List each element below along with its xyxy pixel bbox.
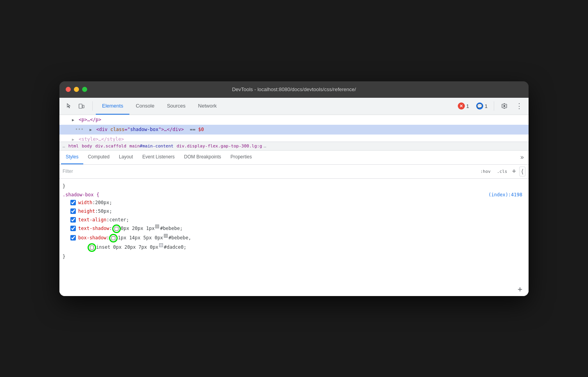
tab-more-button[interactable]: » <box>517 154 527 161</box>
maximize-button[interactable] <box>82 87 87 92</box>
toolbar-divider-2 <box>494 101 494 111</box>
tab-event-listeners[interactable]: Event Listeners <box>138 151 179 165</box>
dom-dots: ••• <box>72 127 84 132</box>
text-align-checkbox[interactable] <box>70 217 76 223</box>
tab-layout[interactable]: Layout <box>114 151 138 165</box>
breadcrumb-body[interactable]: body <box>82 144 92 149</box>
filter-actions: :hov .cls + ⟨ <box>479 167 525 176</box>
devtools-toolbar: Elements Console Sources Network ✕ 1 <box>59 98 529 115</box>
text-shadow-color-swatch[interactable] <box>155 224 159 228</box>
text-shadow-checkbox[interactable] <box>70 226 76 231</box>
expand-triangle[interactable]: ▶ <box>72 116 74 124</box>
css-closing-brace: } <box>59 252 529 261</box>
dom-row-hidden[interactable]: ▶ <style>…</style> <box>59 135 529 142</box>
dom-row-p[interactable]: ▶ <p>…</p> <box>59 115 529 125</box>
box-shadow-inset-copy-icon[interactable] <box>88 243 96 252</box>
error-icon: ✕ <box>458 102 465 110</box>
main-tab-nav: Elements Console Sources Network <box>96 98 223 115</box>
box-shadow-color-swatch-2[interactable] <box>159 243 163 247</box>
tab-elements[interactable]: Elements <box>96 97 129 115</box>
tab-console[interactable]: Console <box>129 97 161 115</box>
css-prop-width: width : 200px; <box>59 198 529 207</box>
css-panel: } .shadow-box { (index):4198 width : 200… <box>59 179 529 296</box>
tab-computed[interactable]: Computed <box>83 151 114 165</box>
breadcrumb-div-scaffold[interactable]: div.scaffold <box>95 144 126 149</box>
tab-properties[interactable]: Properties <box>226 151 257 165</box>
expand-triangle-3[interactable]: ▶ <box>72 136 74 142</box>
breadcrumb-div-flex[interactable]: div.display-flex.gap-top-300.lg:g <box>177 144 262 149</box>
window-title: DevTools - localhost:8080/docs/devtools/… <box>232 86 356 92</box>
error-badge[interactable]: ✕ 1 <box>455 102 471 110</box>
css-source-link[interactable]: (index):4198 <box>488 192 522 197</box>
css-prop-text-shadow: text-shadow : 0px 20px 1px #bebebe; <box>59 224 529 233</box>
breadcrumb: … html body div.scaffold main#main-conte… <box>59 142 529 151</box>
svg-rect-0 <box>79 104 82 108</box>
css-prop-text-align: text-align : center; <box>59 215 529 224</box>
breadcrumb-html[interactable]: html <box>68 144 79 149</box>
css-prop-box-shadow-inset: inset 0px 20px 7px 0px #dadce0; <box>59 243 529 252</box>
styles-tabs: Styles Computed Layout Event Listeners D… <box>59 151 529 165</box>
close-button[interactable] <box>66 87 71 92</box>
expand-triangle-div[interactable]: ▶ <box>90 126 92 134</box>
box-shadow-checkbox[interactable] <box>70 235 76 241</box>
tab-sources[interactable]: Sources <box>161 97 192 115</box>
settings-button[interactable] <box>498 100 511 112</box>
hov-filter-button[interactable]: :hov <box>479 168 492 175</box>
filter-bar: :hov .cls + ⟨ <box>59 165 529 179</box>
dom-tag-div: <div <box>96 127 110 132</box>
traffic-lights <box>66 87 87 92</box>
cls-filter-button[interactable]: .cls <box>495 168 509 175</box>
breadcrumb-main[interactable]: main#main-content <box>129 144 174 149</box>
toolbar-right: ✕ 1 💬 1 ⋮ <box>455 100 525 112</box>
message-badge[interactable]: 💬 1 <box>474 102 490 110</box>
width-checkbox[interactable] <box>70 200 76 205</box>
devtools-window: DevTools - localhost:8080/docs/devtools/… <box>59 81 529 296</box>
collapse-button[interactable]: ⟨ <box>519 167 525 176</box>
inspect-element-button[interactable] <box>63 100 75 112</box>
tab-network[interactable]: Network <box>192 97 223 115</box>
message-icon: 💬 <box>476 102 483 110</box>
toolbar-icons <box>63 100 88 112</box>
tab-styles[interactable]: Styles <box>61 151 83 165</box>
box-shadow-color-swatch-1[interactable] <box>164 234 168 238</box>
svg-rect-1 <box>82 105 84 108</box>
add-style-button[interactable]: + <box>512 168 516 175</box>
title-bar: DevTools - localhost:8080/docs/devtools/… <box>59 81 529 98</box>
height-checkbox[interactable] <box>70 208 76 214</box>
css-selector-text: .shadow-box { <box>63 192 99 197</box>
tab-dom-breakpoints[interactable]: DOM Breakpoints <box>179 151 226 165</box>
toolbar-divider <box>92 101 93 111</box>
device-toggle-button[interactable] <box>75 100 88 112</box>
css-outer-brace: } <box>59 182 529 190</box>
css-prop-box-shadow: box-shadow : 1px 14px 5px 0px #bebebe, <box>59 233 529 243</box>
dom-area: ▶ <p>…</p> ••• ▶ <div class="shadow-box"… <box>59 115 529 142</box>
box-shadow-copy-icon[interactable] <box>109 234 118 242</box>
minimize-button[interactable] <box>74 87 79 92</box>
dom-row-div[interactable]: ••• ▶ <div class="shadow-box">…</div> ==… <box>59 125 529 135</box>
css-prop-height: height : 50px; <box>59 207 529 215</box>
devtools-panel: Elements Console Sources Network ✕ 1 <box>59 98 529 296</box>
css-selector-line[interactable]: .shadow-box { (index):4198 <box>59 190 529 198</box>
text-shadow-copy-icon[interactable] <box>112 224 121 233</box>
filter-input[interactable] <box>63 169 479 174</box>
more-options-button[interactable]: ⋮ <box>513 100 525 112</box>
dom-tag-p: <p>…</p> <box>79 117 101 122</box>
breadcrumb-dots: … <box>63 144 65 149</box>
add-property-button[interactable]: + <box>518 285 522 293</box>
